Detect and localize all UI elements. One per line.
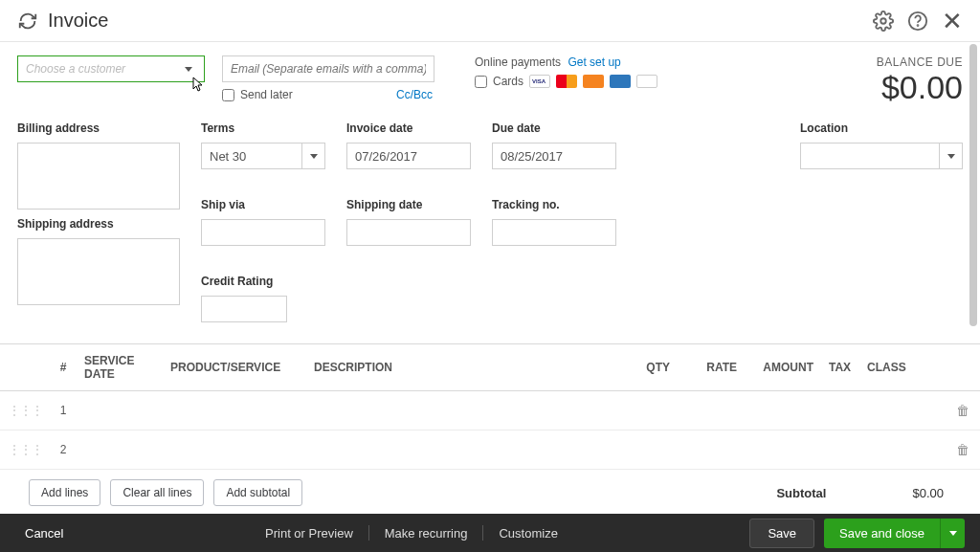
- send-later-checkbox[interactable]: [222, 89, 234, 101]
- balance-due: BALANCE DUE $0.00: [877, 55, 963, 106]
- add-subtotal-button[interactable]: Add subtotal: [213, 479, 302, 506]
- mastercard-icon: [556, 75, 577, 88]
- save-dropdown-button[interactable]: [940, 519, 965, 548]
- customer-select[interactable]: Choose a customer: [17, 55, 205, 82]
- svg-point-2: [918, 25, 919, 26]
- print-preview-link[interactable]: Print or Preview: [256, 526, 363, 541]
- visa-icon: [529, 75, 550, 88]
- scrollbar[interactable]: [969, 44, 977, 326]
- shipping-date-label: Shipping date: [346, 198, 471, 211]
- table-row[interactable]: ⋮⋮⋮ 1 🗑: [0, 391, 980, 431]
- svg-point-0: [880, 18, 886, 24]
- billing-address-input[interactable]: [17, 143, 180, 210]
- make-recurring-link[interactable]: Make recurring: [375, 526, 478, 541]
- due-date-input[interactable]: [492, 143, 616, 169]
- balance-label: BALANCE DUE: [877, 55, 963, 69]
- help-icon[interactable]: [907, 11, 928, 32]
- subtotal-value: $0.00: [912, 486, 944, 500]
- fields-section: Billing address Shipping address Terms N…: [0, 116, 980, 336]
- chevron-down-icon: [939, 144, 962, 168]
- recurring-icon: [17, 11, 38, 32]
- table-row[interactable]: ⋮⋮⋮ 2 🗑: [0, 431, 980, 470]
- col-qty: QTY: [611, 344, 678, 391]
- terms-select[interactable]: Net 30: [201, 143, 325, 169]
- page-title: Invoice: [48, 10, 873, 32]
- terms-label: Terms: [201, 121, 325, 135]
- send-later-label: Send later: [240, 88, 293, 101]
- get-set-up-link[interactable]: Get set up: [568, 55, 620, 69]
- ship-via-input[interactable]: [201, 219, 325, 246]
- col-class: CLASS: [859, 344, 946, 391]
- tracking-no-input[interactable]: [492, 219, 616, 246]
- col-product: PRODUCT/SERVICE: [163, 344, 306, 391]
- top-row: Choose a customer Send later Cc/Bcc Onli…: [0, 42, 980, 116]
- cancel-button[interactable]: Cancel: [15, 520, 73, 546]
- trash-icon[interactable]: 🗑: [956, 403, 969, 418]
- amex-icon: [610, 75, 631, 88]
- due-date-label: Due date: [492, 121, 616, 135]
- clear-all-lines-button[interactable]: Clear all lines: [110, 479, 204, 506]
- add-lines-button[interactable]: Add lines: [29, 479, 100, 506]
- chevron-down-icon: [185, 67, 192, 72]
- row-number: 2: [50, 431, 77, 470]
- invoice-date-input[interactable]: [346, 143, 471, 169]
- col-num: #: [50, 344, 77, 391]
- ship-via-label: Ship via: [201, 198, 325, 211]
- credit-rating-label: Credit Rating: [201, 275, 325, 288]
- tracking-no-label: Tracking no.: [492, 198, 616, 211]
- credit-rating-input[interactable]: [201, 296, 287, 322]
- gear-icon[interactable]: [873, 11, 894, 32]
- applepay-icon: [636, 75, 657, 88]
- col-service-date: SERVICE DATE: [77, 344, 163, 391]
- customize-link[interactable]: Customize: [489, 526, 567, 541]
- balance-amount: $0.00: [877, 69, 963, 106]
- shipping-date-input[interactable]: [346, 219, 471, 246]
- row-number: 1: [50, 391, 77, 431]
- trash-icon[interactable]: 🗑: [956, 442, 969, 457]
- drag-handle-icon[interactable]: ⋮⋮⋮: [8, 403, 42, 418]
- line-items-table: # SERVICE DATE PRODUCT/SERVICE DESCRIPTI…: [0, 343, 980, 470]
- col-tax: TAX: [821, 344, 859, 391]
- header: Invoice ✕: [0, 0, 980, 42]
- col-rate: RATE: [678, 344, 745, 391]
- save-button[interactable]: Save: [749, 519, 814, 548]
- invoice-date-label: Invoice date: [346, 121, 471, 135]
- save-and-close-button[interactable]: Save and close: [824, 519, 940, 548]
- drag-handle-icon[interactable]: ⋮⋮⋮: [8, 442, 42, 457]
- cards-checkbox[interactable]: [475, 76, 487, 88]
- cards-label: Cards: [493, 75, 523, 88]
- online-payments-label: Online payments: [475, 55, 561, 69]
- col-description: DESCRIPTION: [306, 344, 611, 391]
- col-amount: AMOUNT: [745, 344, 821, 391]
- billing-address-label: Billing address: [17, 121, 180, 135]
- customer-placeholder: Choose a customer: [26, 62, 185, 76]
- terms-value: Net 30: [210, 149, 246, 164]
- chevron-down-icon: [301, 144, 324, 168]
- location-select[interactable]: [800, 143, 963, 169]
- footer: Cancel Print or Preview Make recurring C…: [0, 514, 980, 552]
- shipping-address-input[interactable]: [17, 238, 180, 305]
- close-icon[interactable]: ✕: [942, 11, 963, 32]
- cursor-icon: [190, 77, 206, 97]
- shipping-address-label: Shipping address: [17, 217, 180, 231]
- discover-icon: [583, 75, 604, 88]
- subtotal-label: Subtotal: [776, 486, 826, 500]
- location-label: Location: [800, 121, 963, 135]
- email-field[interactable]: [222, 55, 434, 82]
- ccbcc-link[interactable]: Cc/Bcc: [396, 88, 434, 101]
